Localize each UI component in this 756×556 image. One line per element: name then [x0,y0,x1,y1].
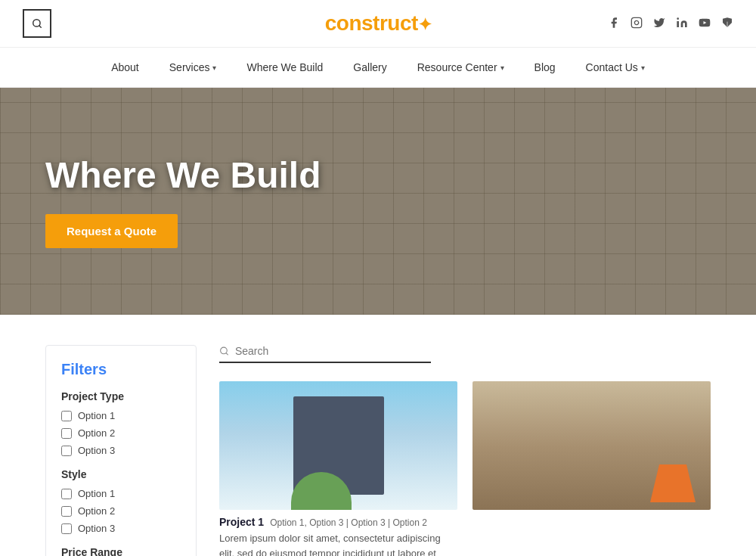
top-bar: construct✦ [0,0,756,47]
filters-title: Filters [61,361,181,378]
request-quote-button[interactable]: Request a Quote [45,214,178,248]
filters-sidebar: Filters Project Type Option 1 Option 2 O… [45,345,197,556]
nav-services[interactable]: Services ▾ [166,48,220,87]
project-name-1: Project 1 [219,516,264,528]
project-image-1 [219,381,457,510]
style-checkbox-2[interactable] [61,506,72,517]
style-checkbox-3[interactable] [61,523,72,534]
filter-style-option-2[interactable]: Option 2 [61,505,181,517]
nav-blog[interactable]: Blog [531,48,559,87]
project-card-2[interactable] [472,381,711,556]
project-type-label: Project Type [61,390,181,402]
facebook-icon[interactable] [608,17,620,31]
project-tags-1: Option 1, Option 3 | Option 3 | Option 2 [270,517,427,528]
search-icon-sm [219,346,229,356]
social-links [608,17,733,31]
filter-project-type-option-2[interactable]: Option 2 [61,427,181,439]
filter-project-type-option-1[interactable]: Option 1 [61,410,181,421]
youtube-icon[interactable] [699,17,711,31]
search-input[interactable] [235,345,431,357]
project-type-checkbox-3[interactable] [61,446,72,456]
content-area: Project 1 Option 1, Option 3 | Option 3 … [219,345,711,556]
chevron-down-icon: ▾ [212,64,216,72]
hero-section: Where We Build Request a Quote [0,88,756,315]
project-type-checkbox-1[interactable] [61,411,72,421]
nav-about[interactable]: About [108,48,142,87]
site-logo[interactable]: construct✦ [325,11,432,36]
search-icon [32,17,42,30]
style-label: Style [61,468,181,480]
svg-rect-2 [631,17,641,27]
project-description-1: Lorem ipsum dolor sit amet, consectetur … [219,531,457,556]
svg-point-4 [677,17,679,20]
filter-project-type-option-3[interactable]: Option 3 [61,445,181,456]
style-checkbox-1[interactable] [61,489,72,499]
search-button[interactable] [23,9,51,38]
nav-where-we-build[interactable]: Where We Build [243,48,326,87]
project-card-1[interactable]: Project 1 Option 1, Option 3 | Option 3 … [219,381,457,556]
project-type-checkbox-2[interactable] [61,428,72,439]
price-range-label: Price Range [61,546,181,556]
chevron-down-icon: ▾ [641,64,645,72]
filter-style-option-3[interactable]: Option 3 [61,523,181,534]
main-content: Filters Project Type Option 1 Option 2 O… [0,315,756,556]
twitter-icon[interactable] [653,17,665,31]
chevron-down-icon: ▾ [500,64,504,72]
project-meta-1: Project 1 Option 1, Option 3 | Option 3 … [219,516,457,528]
hero-content: Where We Build Request a Quote [45,154,711,248]
main-nav: About Services ▾ Where We Build Gallery … [0,47,756,88]
hero-title: Where We Build [45,154,711,196]
nav-resource-center[interactable]: Resource Center ▾ [414,48,507,87]
search-bar [219,345,431,363]
filter-style-option-1[interactable]: Option 1 [61,488,181,499]
svg-line-7 [226,353,228,355]
instagram-icon[interactable] [631,17,643,31]
nav-gallery[interactable]: Gallery [350,48,389,87]
logo-icon: ✦ [418,15,432,34]
houzz-icon[interactable] [721,17,733,31]
nav-contact-us[interactable]: Contact Us ▾ [583,48,648,87]
linkedin-icon[interactable] [676,17,688,31]
project-image-2 [472,381,711,510]
svg-line-1 [39,26,42,28]
projects-grid: Project 1 Option 1, Option 3 | Option 3 … [219,381,711,556]
